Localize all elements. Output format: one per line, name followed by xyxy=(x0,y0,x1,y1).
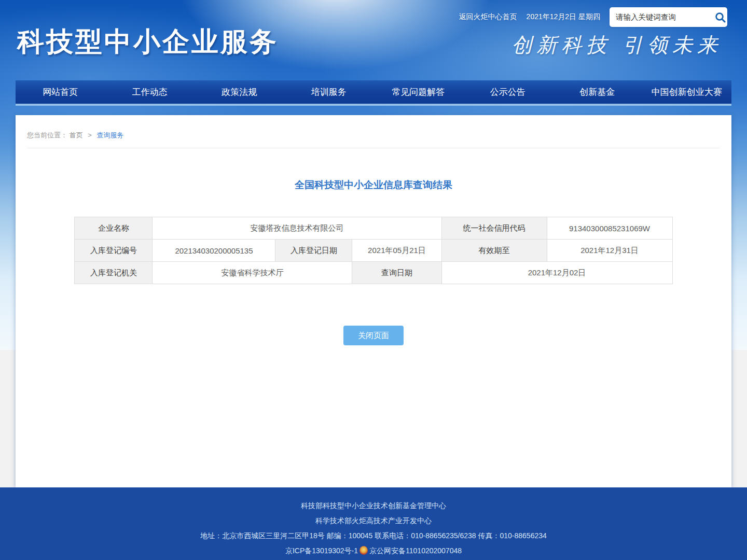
table-row: 入库登记编号 202134030200005135 入库登记日期 2021年05… xyxy=(75,240,672,262)
breadcrumb-label: 您当前位置： xyxy=(27,131,67,139)
header-top-bar: 返回火炬中心首页 2021年12月2日 星期四 xyxy=(459,7,727,27)
icp-license-link[interactable]: 京ICP备13019302号-1 xyxy=(285,547,358,555)
breadcrumb-separator: > xyxy=(88,131,92,139)
footer-org-line1: 科技部科技型中小企业技术创新基金管理中心 xyxy=(0,498,747,513)
breadcrumb: 您当前位置： 首页 > 查询服务 xyxy=(27,115,720,148)
nav-item-innovation-contest[interactable]: 中国创新创业大赛 xyxy=(642,80,732,104)
footer-license-line: 京ICP备13019302号-1京公网安备11010202007048 xyxy=(0,543,747,558)
police-badge-icon xyxy=(359,546,368,555)
table-row: 入库登记机关 安徽省科学技术厅 查询日期 2021年12月02日 xyxy=(75,262,672,284)
table-row: 企业名称 安徽塔孜信息技术有限公司 统一社会信用代码 9134030008523… xyxy=(75,217,672,240)
footer-org-line2: 科学技术部火炬高技术产业开发中心 xyxy=(0,513,747,528)
nav-item-policies[interactable]: 政策法规 xyxy=(195,80,284,104)
search-input[interactable] xyxy=(616,13,713,21)
breadcrumb-home-link[interactable]: 首页 xyxy=(70,131,83,139)
label-query-date: 查询日期 xyxy=(352,262,441,284)
value-company-name: 安徽塔孜信息技术有限公司 xyxy=(153,217,441,240)
query-result-table: 企业名称 安徽塔孜信息技术有限公司 统一社会信用代码 9134030008523… xyxy=(74,217,672,284)
label-credit-code: 统一社会信用代码 xyxy=(441,217,547,240)
label-registration-number: 入库登记编号 xyxy=(75,240,153,262)
nav-item-work-news[interactable]: 工作动态 xyxy=(105,80,195,104)
nav-item-training[interactable]: 培训服务 xyxy=(284,80,374,104)
breadcrumb-current-link[interactable]: 查询服务 xyxy=(96,131,123,139)
label-registration-authority: 入库登记机关 xyxy=(75,262,153,284)
value-valid-until: 2021年12月31日 xyxy=(547,240,672,262)
label-company-name: 企业名称 xyxy=(75,217,153,240)
main-nav: 网站首页 工作动态 政策法规 培训服务 常见问题解答 公示公告 创新基金 中国创… xyxy=(16,80,731,106)
value-registration-date: 2021年05月21日 xyxy=(352,240,441,262)
header-slogan: 创新科技 引领未来 xyxy=(512,31,722,59)
footer-contact-line: 地址：北京市西城区三里河二区甲18号 邮编：100045 联系电话：010-88… xyxy=(0,528,747,543)
nav-item-innovation-fund[interactable]: 创新基金 xyxy=(552,80,642,104)
page-title: 全国科技型中小企业信息库查询结果 xyxy=(16,178,731,192)
site-title: 科技型中小企业服务 xyxy=(17,24,279,60)
search-button[interactable] xyxy=(713,10,728,25)
value-credit-code: 91340300085231069W xyxy=(547,217,672,240)
nav-item-announcements[interactable]: 公示公告 xyxy=(463,80,553,104)
label-valid-until: 有效期至 xyxy=(441,240,547,262)
search-icon xyxy=(714,11,727,24)
nav-item-faq[interactable]: 常见问题解答 xyxy=(374,80,463,104)
page: 科技型中小企业服务 返回火炬中心首页 2021年12月2日 星期四 创新科技 引… xyxy=(0,0,747,560)
value-query-date: 2021年12月02日 xyxy=(441,262,672,284)
current-date-text: 2021年12月2日 星期四 xyxy=(527,12,600,22)
label-registration-date: 入库登记日期 xyxy=(275,240,352,262)
content-panel: 您当前位置： 首页 > 查询服务 全国科技型中小企业信息库查询结果 企业名称 安… xyxy=(16,115,731,487)
footer: 科技部科技型中小企业技术创新基金管理中心 科学技术部火炬高技术产业开发中心 地址… xyxy=(0,487,747,560)
police-license-link[interactable]: 京公网安备11010202007048 xyxy=(369,547,462,555)
value-registration-authority: 安徽省科学技术厅 xyxy=(153,262,352,284)
value-registration-number: 202134030200005135 xyxy=(153,240,275,262)
return-torch-home-link[interactable]: 返回火炬中心首页 xyxy=(459,12,517,22)
nav-item-home[interactable]: 网站首页 xyxy=(16,80,105,104)
header: 科技型中小企业服务 返回火炬中心首页 2021年12月2日 星期四 创新科技 引… xyxy=(0,0,747,80)
search-box[interactable] xyxy=(610,7,727,27)
close-page-button[interactable]: 关闭页面 xyxy=(343,326,404,345)
